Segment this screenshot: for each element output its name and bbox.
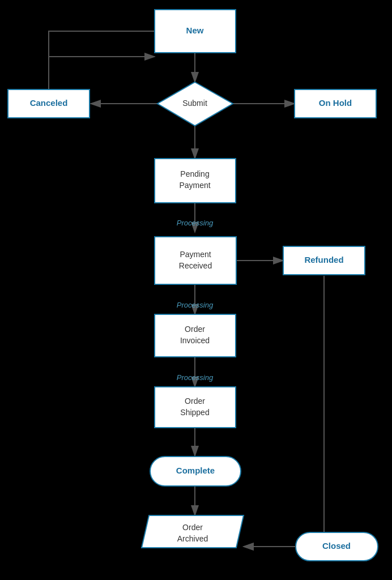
order-archived-label2: Archived — [177, 534, 208, 543]
closed-node: Closed — [296, 532, 378, 561]
complete-label: Complete — [176, 466, 215, 475]
payment-received-node: Payment Received — [155, 237, 236, 284]
pending-payment-label2: Payment — [179, 181, 210, 190]
processing-label-1: Processing — [177, 219, 214, 227]
new-node: New — [155, 10, 236, 53]
processing-label-2: Processing — [177, 301, 214, 309]
processing-label-3: Processing — [177, 373, 214, 382]
order-invoiced-label1: Order — [185, 325, 205, 334]
new-label: New — [186, 25, 204, 35]
order-invoiced-label2: Invoiced — [180, 336, 210, 345]
payment-received-label1: Payment — [180, 250, 211, 259]
on-hold-label: On Hold — [319, 98, 352, 108]
payment-received-label2: Received — [179, 261, 212, 270]
submit-label: Submit — [182, 99, 207, 108]
complete-node: Complete — [150, 457, 241, 486]
closed-label: Closed — [322, 541, 351, 551]
order-shipped-node: Order Shipped — [155, 387, 236, 428]
order-shipped-label2: Shipped — [180, 408, 209, 417]
order-archived-node: Order Archived — [142, 515, 244, 548]
canceled-node: Canceled — [8, 89, 90, 118]
order-archived-label1: Order — [182, 523, 203, 532]
pending-payment-label1: Pending — [180, 169, 209, 178]
refunded-node: Refunded — [283, 246, 365, 275]
order-shipped-label1: Order — [185, 396, 205, 406]
refunded-label: Refunded — [304, 255, 343, 265]
canceled-label: Canceled — [30, 98, 68, 108]
order-invoiced-node: Order Invoiced — [155, 314, 236, 357]
pending-payment-node: Pending Payment — [155, 159, 236, 203]
on-hold-node: On Hold — [295, 89, 376, 118]
